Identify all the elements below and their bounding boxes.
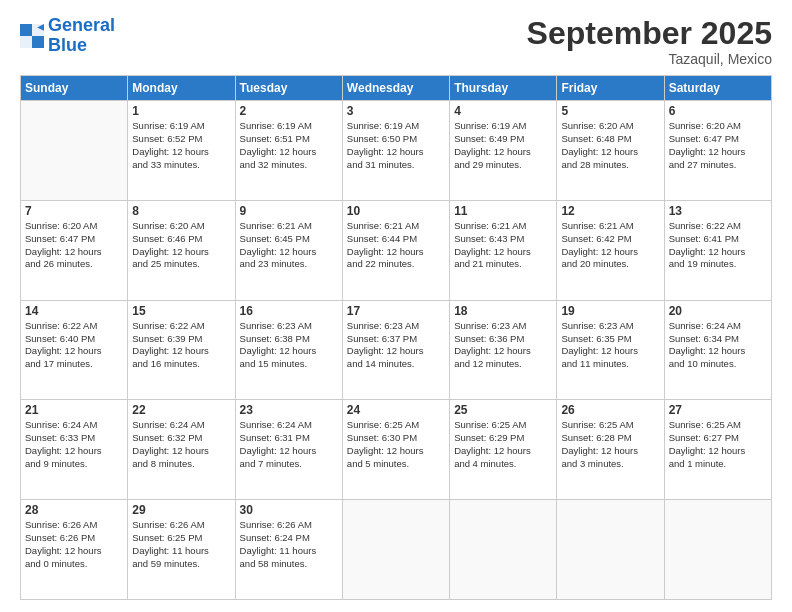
day-number: 13 [669,204,767,218]
calendar-week-row: 1Sunrise: 6:19 AM Sunset: 6:52 PM Daylig… [21,101,772,201]
calendar-cell: 6Sunrise: 6:20 AM Sunset: 6:47 PM Daylig… [664,101,771,201]
day-number: 22 [132,403,230,417]
day-number: 20 [669,304,767,318]
day-info: Sunrise: 6:25 AM Sunset: 6:28 PM Dayligh… [561,419,659,470]
day-number: 18 [454,304,552,318]
calendar-cell: 5Sunrise: 6:20 AM Sunset: 6:48 PM Daylig… [557,101,664,201]
calendar-cell [664,500,771,600]
calendar-cell: 30Sunrise: 6:26 AM Sunset: 6:24 PM Dayli… [235,500,342,600]
weekday-header: Sunday [21,76,128,101]
calendar-cell: 18Sunrise: 6:23 AM Sunset: 6:36 PM Dayli… [450,300,557,400]
day-info: Sunrise: 6:25 AM Sunset: 6:27 PM Dayligh… [669,419,767,470]
day-info: Sunrise: 6:23 AM Sunset: 6:38 PM Dayligh… [240,320,338,371]
day-number: 25 [454,403,552,417]
location: Tazaquil, Mexico [527,51,772,67]
calendar-cell: 22Sunrise: 6:24 AM Sunset: 6:32 PM Dayli… [128,400,235,500]
day-info: Sunrise: 6:22 AM Sunset: 6:39 PM Dayligh… [132,320,230,371]
day-info: Sunrise: 6:19 AM Sunset: 6:50 PM Dayligh… [347,120,445,171]
day-info: Sunrise: 6:24 AM Sunset: 6:31 PM Dayligh… [240,419,338,470]
calendar-week-row: 21Sunrise: 6:24 AM Sunset: 6:33 PM Dayli… [21,400,772,500]
day-info: Sunrise: 6:20 AM Sunset: 6:47 PM Dayligh… [25,220,123,271]
day-number: 27 [669,403,767,417]
day-number: 28 [25,503,123,517]
day-info: Sunrise: 6:19 AM Sunset: 6:52 PM Dayligh… [132,120,230,171]
day-info: Sunrise: 6:22 AM Sunset: 6:41 PM Dayligh… [669,220,767,271]
day-info: Sunrise: 6:23 AM Sunset: 6:36 PM Dayligh… [454,320,552,371]
svg-rect-0 [20,24,32,36]
calendar-cell: 16Sunrise: 6:23 AM Sunset: 6:38 PM Dayli… [235,300,342,400]
day-info: Sunrise: 6:21 AM Sunset: 6:42 PM Dayligh… [561,220,659,271]
day-number: 24 [347,403,445,417]
calendar-cell: 10Sunrise: 6:21 AM Sunset: 6:44 PM Dayli… [342,200,449,300]
day-info: Sunrise: 6:24 AM Sunset: 6:33 PM Dayligh… [25,419,123,470]
day-info: Sunrise: 6:24 AM Sunset: 6:34 PM Dayligh… [669,320,767,371]
weekday-header-row: SundayMondayTuesdayWednesdayThursdayFrid… [21,76,772,101]
calendar-cell: 23Sunrise: 6:24 AM Sunset: 6:31 PM Dayli… [235,400,342,500]
day-info: Sunrise: 6:23 AM Sunset: 6:37 PM Dayligh… [347,320,445,371]
day-number: 8 [132,204,230,218]
logo: GeneralBlue [20,16,115,56]
day-info: Sunrise: 6:21 AM Sunset: 6:43 PM Dayligh… [454,220,552,271]
calendar-week-row: 28Sunrise: 6:26 AM Sunset: 6:26 PM Dayli… [21,500,772,600]
day-number: 9 [240,204,338,218]
calendar-cell: 25Sunrise: 6:25 AM Sunset: 6:29 PM Dayli… [450,400,557,500]
calendar-cell: 20Sunrise: 6:24 AM Sunset: 6:34 PM Dayli… [664,300,771,400]
calendar-cell: 28Sunrise: 6:26 AM Sunset: 6:26 PM Dayli… [21,500,128,600]
calendar-cell: 11Sunrise: 6:21 AM Sunset: 6:43 PM Dayli… [450,200,557,300]
weekday-header: Tuesday [235,76,342,101]
calendar-week-row: 14Sunrise: 6:22 AM Sunset: 6:40 PM Dayli… [21,300,772,400]
day-number: 17 [347,304,445,318]
day-number: 21 [25,403,123,417]
svg-rect-2 [20,36,32,48]
calendar-week-row: 7Sunrise: 6:20 AM Sunset: 6:47 PM Daylig… [21,200,772,300]
day-number: 29 [132,503,230,517]
calendar-cell [450,500,557,600]
calendar-cell: 17Sunrise: 6:23 AM Sunset: 6:37 PM Dayli… [342,300,449,400]
svg-rect-3 [32,36,44,48]
day-number: 1 [132,104,230,118]
weekday-header: Friday [557,76,664,101]
calendar-cell: 14Sunrise: 6:22 AM Sunset: 6:40 PM Dayli… [21,300,128,400]
day-number: 10 [347,204,445,218]
title-block: September 2025 Tazaquil, Mexico [527,16,772,67]
day-number: 4 [454,104,552,118]
weekday-header: Monday [128,76,235,101]
weekday-header: Thursday [450,76,557,101]
day-number: 16 [240,304,338,318]
day-number: 26 [561,403,659,417]
calendar-cell: 27Sunrise: 6:25 AM Sunset: 6:27 PM Dayli… [664,400,771,500]
calendar-cell [557,500,664,600]
calendar-cell: 8Sunrise: 6:20 AM Sunset: 6:46 PM Daylig… [128,200,235,300]
day-info: Sunrise: 6:19 AM Sunset: 6:49 PM Dayligh… [454,120,552,171]
day-info: Sunrise: 6:21 AM Sunset: 6:44 PM Dayligh… [347,220,445,271]
calendar-cell: 21Sunrise: 6:24 AM Sunset: 6:33 PM Dayli… [21,400,128,500]
day-number: 30 [240,503,338,517]
logo-icon [20,24,44,48]
header: GeneralBlue September 2025 Tazaquil, Mex… [20,16,772,67]
day-info: Sunrise: 6:25 AM Sunset: 6:29 PM Dayligh… [454,419,552,470]
day-number: 6 [669,104,767,118]
day-number: 15 [132,304,230,318]
logo-text: GeneralBlue [48,16,115,56]
day-info: Sunrise: 6:26 AM Sunset: 6:25 PM Dayligh… [132,519,230,570]
calendar-cell: 7Sunrise: 6:20 AM Sunset: 6:47 PM Daylig… [21,200,128,300]
calendar-cell [342,500,449,600]
day-number: 5 [561,104,659,118]
day-info: Sunrise: 6:20 AM Sunset: 6:46 PM Dayligh… [132,220,230,271]
calendar-cell: 4Sunrise: 6:19 AM Sunset: 6:49 PM Daylig… [450,101,557,201]
day-info: Sunrise: 6:20 AM Sunset: 6:47 PM Dayligh… [669,120,767,171]
day-info: Sunrise: 6:21 AM Sunset: 6:45 PM Dayligh… [240,220,338,271]
calendar-cell: 12Sunrise: 6:21 AM Sunset: 6:42 PM Dayli… [557,200,664,300]
calendar-cell: 2Sunrise: 6:19 AM Sunset: 6:51 PM Daylig… [235,101,342,201]
calendar-cell: 13Sunrise: 6:22 AM Sunset: 6:41 PM Dayli… [664,200,771,300]
calendar-cell: 26Sunrise: 6:25 AM Sunset: 6:28 PM Dayli… [557,400,664,500]
day-number: 2 [240,104,338,118]
day-info: Sunrise: 6:23 AM Sunset: 6:35 PM Dayligh… [561,320,659,371]
day-info: Sunrise: 6:19 AM Sunset: 6:51 PM Dayligh… [240,120,338,171]
day-number: 23 [240,403,338,417]
day-info: Sunrise: 6:20 AM Sunset: 6:48 PM Dayligh… [561,120,659,171]
day-number: 14 [25,304,123,318]
weekday-header: Wednesday [342,76,449,101]
calendar-cell: 29Sunrise: 6:26 AM Sunset: 6:25 PM Dayli… [128,500,235,600]
day-number: 11 [454,204,552,218]
